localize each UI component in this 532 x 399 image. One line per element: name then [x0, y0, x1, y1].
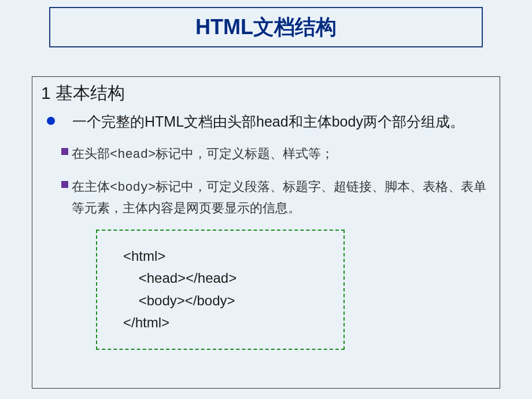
page-title: HTML文档结构 — [195, 13, 337, 42]
code-line-4: </html> — [123, 312, 317, 334]
main-bullet: 一个完整的HTML文档由头部head和主体body两个部分组成。 — [47, 111, 491, 133]
sub-bullet-2-text: 在主体<body>标记中，可定义段落、标题字、超链接、脚本、表格、表单等元素，主… — [72, 176, 491, 218]
section-heading: 1 基本结构 — [41, 82, 491, 105]
sub-bullet-2: 在主体<body>标记中，可定义段落、标题字、超链接、脚本、表格、表单等元素，主… — [61, 176, 491, 218]
bullet-icon — [47, 117, 55, 125]
sub1-suffix: 标记中，可定义标题、样式等； — [156, 146, 334, 161]
sub2-tag: <body> — [110, 180, 156, 195]
sub1-prefix: 在头部 — [72, 146, 110, 161]
sub2-prefix: 在主体 — [72, 179, 110, 194]
sub1-tag: <head> — [110, 147, 156, 162]
code-example-box: <html> <head></head> <body></body> </htm… — [96, 230, 345, 350]
code-line-1: <html> — [123, 245, 317, 267]
main-bullet-text: 一个完整的HTML文档由头部head和主体body两个部分组成。 — [72, 111, 464, 133]
square-icon — [61, 148, 68, 155]
sub-bullet-1: 在头部<head>标记中，可定义标题、样式等； — [61, 143, 491, 165]
code-line-3: <body></body> — [123, 290, 317, 312]
title-box: HTML文档结构 — [49, 7, 483, 47]
content-box: 1 基本结构 一个完整的HTML文档由头部head和主体body两个部分组成。 … — [32, 76, 500, 389]
code-line-2: <head></head> — [123, 267, 317, 289]
sub-bullet-1-text: 在头部<head>标记中，可定义标题、样式等； — [72, 143, 334, 165]
square-icon — [61, 181, 68, 188]
